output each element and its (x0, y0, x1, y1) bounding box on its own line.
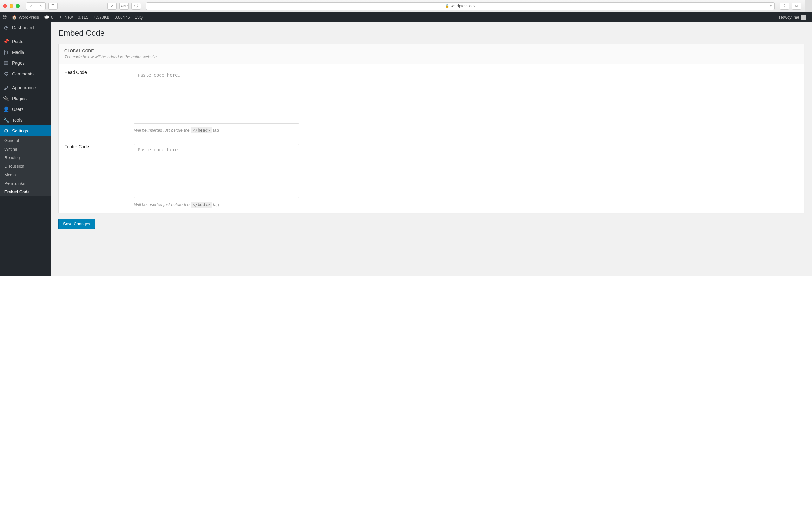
sidebar-item-appearance[interactable]: 🖌Appearance (0, 82, 51, 93)
wordpress-logo-icon: ⓦ (3, 14, 7, 20)
panel-header: GLOBAL CODE The code below will be added… (59, 44, 804, 64)
sidebar-item-dashboard[interactable]: ◔Dashboard (0, 22, 51, 33)
settings-submenu: General Writing Reading Discussion Media… (0, 136, 51, 196)
settings-sub-discussion[interactable]: Discussion (0, 162, 51, 170)
plug-icon: 🔌 (3, 96, 9, 101)
share-button[interactable]: ⇪ (780, 3, 789, 9)
url-text: wordpress.dev (451, 4, 475, 8)
sidebar-toggle-button[interactable]: ☰ (48, 3, 58, 9)
tabs-button[interactable]: ⧉ (792, 3, 801, 9)
media-icon: 🖾 (3, 49, 9, 55)
adblock-icon[interactable]: ABP (119, 3, 129, 9)
footer-code-hint: Will be inserted just before the </body>… (134, 202, 798, 207)
sidebar-item-settings[interactable]: ⚙Settings (0, 125, 51, 136)
account-menu[interactable]: Howdy, me (776, 12, 809, 22)
panel-description: The code below will be added to the enti… (64, 55, 798, 59)
body-tag-code: </body> (191, 202, 212, 208)
settings-sub-media[interactable]: Media (0, 170, 51, 179)
save-changes-button[interactable]: Save Changes (58, 219, 95, 229)
footer-code-label: Footer Code (64, 144, 134, 207)
plus-icon: ＋ (58, 14, 62, 20)
comments-menu[interactable]: 💬 0 (42, 12, 56, 22)
wp-admin-bar: ⓦ 🏠 WordPress 💬 0 ＋ New 0.11S 4,373KB 0.… (0, 12, 812, 22)
head-code-hint: Will be inserted just before the </head>… (134, 128, 798, 132)
brush-icon: 🖌 (3, 85, 9, 91)
head-tag-code: </head> (191, 127, 212, 133)
reload-icon[interactable]: ⟳ (768, 4, 772, 8)
global-code-panel: GLOBAL CODE The code below will be added… (58, 44, 804, 213)
lock-icon: 🔒 (445, 4, 449, 8)
nav-back-forward: ‹ › (26, 2, 46, 10)
settings-sub-general[interactable]: General (0, 136, 51, 145)
browser-chrome: ‹ › ☰ ⤢ ABP ⓘ 🔒 wordpress.dev ⟳ ⇪ ⧉ + (0, 0, 812, 12)
footer-code-textarea[interactable] (134, 144, 299, 198)
page-icon: ▤ (3, 60, 9, 66)
footer-code-row: Footer Code Will be inserted just before… (59, 138, 804, 213)
new-content-menu[interactable]: ＋ New (56, 12, 75, 22)
debug-memory[interactable]: 4,373KB (91, 12, 112, 22)
site-name-menu[interactable]: 🏠 WordPress (9, 12, 42, 22)
dashboard-icon: ◔ (3, 25, 9, 31)
reader-icon[interactable]: ⓘ (131, 3, 141, 9)
wp-logo-menu[interactable]: ⓦ (0, 12, 9, 22)
back-button[interactable]: ‹ (26, 3, 36, 9)
comment-icon: 🗨 (3, 71, 9, 77)
settings-sub-embed-code[interactable]: Embed Code (0, 187, 51, 196)
panel-title: GLOBAL CODE (64, 49, 798, 53)
letterbox-whitespace (0, 276, 812, 507)
sidebar-item-tools[interactable]: 🔧Tools (0, 115, 51, 125)
settings-sub-permalinks[interactable]: Permalinks (0, 179, 51, 187)
howdy-text: Howdy, me (779, 15, 799, 20)
settings-sub-reading[interactable]: Reading (0, 153, 51, 162)
comment-icon: 💬 (44, 15, 49, 20)
sidebar-item-plugins[interactable]: 🔌Plugins (0, 93, 51, 104)
comments-count: 0 (51, 15, 53, 20)
new-label: New (64, 15, 72, 20)
user-icon: 👤 (3, 107, 9, 112)
sidebar-item-pages[interactable]: ▤Pages (0, 58, 51, 68)
avatar (801, 14, 806, 20)
forward-button[interactable]: › (36, 3, 45, 9)
window-controls (3, 4, 20, 8)
sidebar-item-comments[interactable]: 🗨Comments (0, 68, 51, 79)
head-code-textarea[interactable] (134, 70, 299, 124)
sidebar-item-posts[interactable]: 📌Posts (0, 36, 51, 47)
home-icon: 🏠 (12, 15, 17, 20)
zoom-window-button[interactable] (16, 4, 20, 8)
pin-icon: 📌 (3, 39, 9, 44)
wrench-icon: 🔧 (3, 117, 9, 123)
debug-queries[interactable]: 13Q (133, 12, 146, 22)
new-tab-button[interactable]: + (805, 0, 812, 12)
page-title: Embed Code (58, 29, 804, 38)
sidebar-item-users[interactable]: 👤Users (0, 104, 51, 115)
head-code-label: Head Code (64, 70, 134, 132)
fullscreen-icon[interactable]: ⤢ (107, 3, 117, 9)
address-bar[interactable]: 🔒 wordpress.dev ⟳ (146, 2, 774, 10)
sidebar-item-media[interactable]: 🖾Media (0, 47, 51, 58)
close-window-button[interactable] (3, 4, 7, 8)
settings-sub-writing[interactable]: Writing (0, 145, 51, 153)
sliders-icon: ⚙ (3, 128, 9, 134)
debug-timing[interactable]: 0.11S (75, 12, 91, 22)
minimize-window-button[interactable] (9, 4, 13, 8)
site-name-label: WordPress (19, 15, 39, 20)
head-code-row: Head Code Will be inserted just before t… (59, 64, 804, 138)
debug-query-time[interactable]: 0.0047S (112, 12, 132, 22)
